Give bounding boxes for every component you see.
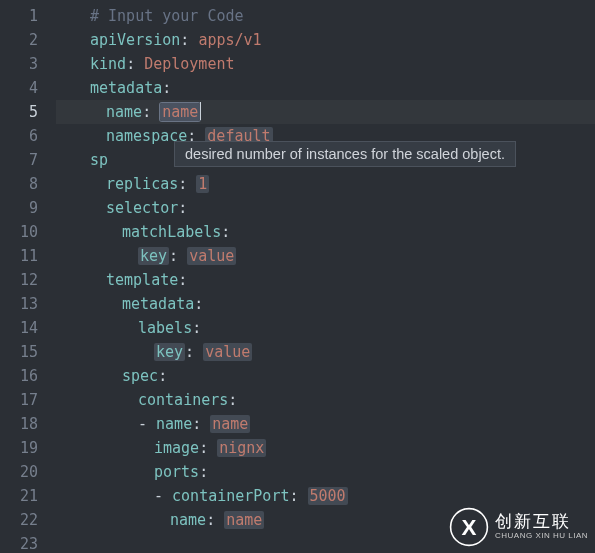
yaml-key: replicas [106, 175, 178, 193]
code-line[interactable]: spec: [56, 364, 595, 388]
line-number: 19 [0, 436, 56, 460]
yaml-value: value [187, 247, 236, 265]
line-number: 3 [0, 52, 56, 76]
yaml-key: matchLabels [122, 223, 221, 241]
yaml-key: name [106, 103, 142, 121]
yaml-key: ports [154, 463, 199, 481]
line-number: 14 [0, 316, 56, 340]
yaml-value: name [160, 103, 200, 121]
line-number: 15 [0, 340, 56, 364]
yaml-key: image [154, 439, 199, 457]
text-cursor [200, 102, 201, 120]
hover-tooltip: desired number of instances for the scal… [174, 141, 516, 167]
yaml-key: sp [90, 151, 108, 169]
line-number: 9 [0, 196, 56, 220]
line-number: 8 [0, 172, 56, 196]
line-number: 11 [0, 244, 56, 268]
code-line[interactable]: kind: Deployment [56, 52, 595, 76]
code-line[interactable]: containers: [56, 388, 595, 412]
yaml-key: metadata [122, 295, 194, 313]
yaml-key: spec [122, 367, 158, 385]
yaml-key: kind [90, 55, 126, 73]
code-line[interactable]: # Input your Code [56, 4, 595, 28]
code-line[interactable]: - name: name [56, 412, 595, 436]
yaml-value: 1 [196, 175, 209, 193]
yaml-key: selector [106, 199, 178, 217]
code-line[interactable]: replicas: 1 [56, 172, 595, 196]
code-line[interactable]: key: value [56, 340, 595, 364]
line-number: 20 [0, 460, 56, 484]
yaml-key: name [170, 511, 206, 529]
code-line[interactable]: labels: [56, 316, 595, 340]
yaml-key: key [138, 247, 169, 265]
code-line[interactable]: key: value [56, 244, 595, 268]
yaml-key: metadata [90, 79, 162, 97]
watermark: X 创新互联 CHUANG XIN HU LIAN [449, 501, 595, 553]
watermark-text-sub: CHUANG XIN HU LIAN [495, 532, 588, 541]
yaml-key: name [156, 415, 192, 433]
line-number: 2 [0, 28, 56, 52]
yaml-value: name [224, 511, 264, 529]
code-editor[interactable]: 1234567891011121314151617181920212223 de… [0, 0, 595, 553]
yaml-key: key [154, 343, 185, 361]
code-line[interactable]: selector: [56, 196, 595, 220]
yaml-value: nignx [217, 439, 266, 457]
yaml-key: labels [138, 319, 192, 337]
yaml-value: Deployment [144, 55, 234, 73]
watermark-text-main: 创新互联 [495, 513, 588, 532]
yaml-value: name [210, 415, 250, 433]
code-line[interactable]: apiVersion: apps/v1 [56, 28, 595, 52]
yaml-key: template [106, 271, 178, 289]
line-number-gutter: 1234567891011121314151617181920212223 [0, 0, 56, 553]
code-line[interactable]: matchLabels: [56, 220, 595, 244]
yaml-key: apiVersion [90, 31, 180, 49]
line-number: 17 [0, 388, 56, 412]
line-number: 18 [0, 412, 56, 436]
code-line[interactable]: template: [56, 268, 595, 292]
yaml-value: value [203, 343, 252, 361]
line-number: 12 [0, 268, 56, 292]
code-line[interactable]: metadata: [56, 292, 595, 316]
line-number: 1 [0, 4, 56, 28]
line-number: 23 [0, 532, 56, 553]
line-number: 4 [0, 76, 56, 100]
code-area[interactable]: desired number of instances for the scal… [56, 0, 595, 553]
yaml-value: 5000 [308, 487, 348, 505]
comment-text: # Input your Code [90, 7, 244, 25]
code-line[interactable]: ports: [56, 460, 595, 484]
watermark-logo-icon: X [449, 507, 489, 547]
yaml-key: containers [138, 391, 228, 409]
line-number: 6 [0, 124, 56, 148]
yaml-key: containerPort [172, 487, 289, 505]
svg-text:X: X [462, 515, 477, 540]
line-number: 10 [0, 220, 56, 244]
line-number: 21 [0, 484, 56, 508]
yaml-value: apps/v1 [198, 31, 261, 49]
code-line[interactable]: name: name [56, 100, 595, 124]
line-number: 13 [0, 292, 56, 316]
line-number: 22 [0, 508, 56, 532]
code-line[interactable]: metadata: [56, 76, 595, 100]
line-number: 7 [0, 148, 56, 172]
line-number: 5 [0, 100, 56, 124]
line-number: 16 [0, 364, 56, 388]
code-line[interactable]: image: nignx [56, 436, 595, 460]
